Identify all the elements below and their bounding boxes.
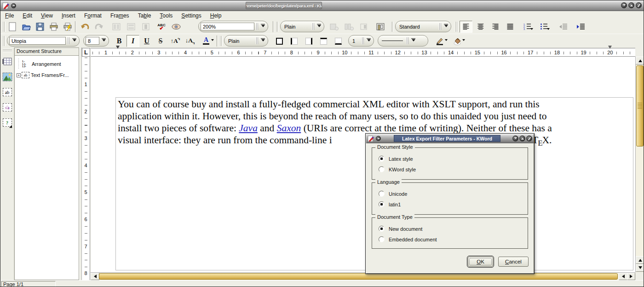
border-width-value[interactable]: 1 (351, 38, 360, 44)
font-color-dropdown-icon[interactable] (211, 39, 214, 42)
scroll-left-button-right[interactable] (619, 273, 627, 280)
decrease-indent-button[interactable] (557, 21, 570, 33)
frame-style-value[interactable]: Plain (282, 24, 310, 29)
vertical-scrollbar[interactable] (635, 57, 644, 272)
undo-button[interactable] (79, 21, 92, 33)
close-button[interactable] (636, 2, 642, 8)
sticky-button[interactable] (11, 3, 16, 8)
open-document-button[interactable] (20, 21, 33, 33)
print-preview-button[interactable] (61, 21, 74, 33)
radio-latex-style[interactable]: Latex style (372, 153, 528, 164)
align-right-button[interactable] (489, 21, 502, 33)
menu-file[interactable]: File (5, 12, 14, 19)
paragraph-style-value[interactable]: Plain (226, 38, 254, 44)
frame-columns-button[interactable] (374, 21, 387, 33)
horizontal-ruler[interactable]: 1234567891011121314151617181920 (91, 48, 635, 57)
subscript-button[interactable]: ↓AªI (184, 35, 196, 47)
edit-frame-button-b[interactable] (125, 21, 138, 33)
menu-insert[interactable]: Insert (62, 12, 75, 19)
border-width-combobox[interactable]: 1 (348, 35, 374, 47)
paragraph-style-combobox[interactable]: Plain (224, 35, 268, 47)
insert-picture-button[interactable] (2, 71, 13, 82)
scroll-up-button[interactable] (636, 57, 644, 64)
toolbar-grip[interactable] (455, 22, 458, 32)
font-color-button[interactable]: A (198, 35, 214, 47)
menu-tools[interactable]: Tools (160, 12, 172, 19)
radio-kword-style[interactable]: KWord style (372, 164, 528, 175)
line-style-dropdown-icon[interactable] (410, 38, 416, 43)
frame-tool-button-c[interactable] (357, 21, 370, 33)
frame-style-combobox[interactable]: Plain (280, 21, 324, 32)
bullet-list-dropdown-icon[interactable] (547, 28, 550, 31)
toolbar-grip[interactable] (276, 22, 279, 32)
strikethrough-button[interactable]: S (154, 35, 167, 47)
border-color-button[interactable] (432, 35, 448, 47)
edit-frame-button-a[interactable] (110, 21, 123, 33)
align-justify-button[interactable] (504, 21, 517, 33)
vertical-scrollbar-thumb[interactable] (636, 65, 644, 146)
numbered-list-button[interactable]: 1.2.3. (521, 21, 534, 33)
edit-frame-button-c[interactable] (139, 21, 152, 33)
document-canvas[interactable]: You can of course buy and install a full… (91, 57, 635, 272)
border-left-button[interactable] (288, 35, 300, 47)
insert-object-button[interactable]: ? (2, 117, 13, 128)
numbered-list-dropdown-icon[interactable] (530, 28, 533, 31)
menu-help[interactable]: Help (210, 12, 222, 19)
radio-new-document[interactable]: New document (372, 223, 528, 234)
scroll-down-button[interactable] (636, 264, 644, 272)
radio-latin1[interactable]: latin1 (372, 199, 528, 210)
border-line-style-combobox[interactable] (378, 35, 428, 47)
italic-button[interactable]: I (126, 35, 139, 47)
background-color-dropdown-icon[interactable] (462, 39, 465, 42)
dialog-minimize-button[interactable] (512, 135, 518, 141)
tree-item-arrangement[interactable]: 1.- 1.1- 1.2- Arrangement (16, 59, 78, 70)
border-outline-button[interactable] (273, 35, 286, 47)
font-size-value[interactable]: 8 (86, 37, 99, 45)
menu-frames[interactable]: Frames (110, 12, 129, 19)
underline-button[interactable]: U (140, 35, 153, 47)
menu-table[interactable]: Table (138, 12, 151, 19)
menu-view[interactable]: View (41, 12, 53, 19)
border-right-button[interactable] (302, 35, 315, 47)
scroll-right-button[interactable] (627, 273, 635, 280)
paragraph-style-dropdown-icon[interactable] (260, 38, 266, 43)
radio-embedded-document[interactable]: Embedded document (372, 234, 528, 245)
insert-table-button[interactable] (2, 56, 13, 67)
scroll-up-button-bottom[interactable] (636, 256, 644, 264)
zoom-value[interactable]: 200% (201, 23, 254, 30)
font-family-value[interactable]: Utopia (9, 37, 66, 45)
border-color-dropdown-icon[interactable] (445, 39, 448, 42)
spellcheck-button[interactable]: ABC✔ (155, 21, 168, 33)
dialog-maximize-button[interactable] (519, 135, 525, 141)
horizontal-scrollbar-thumb[interactable] (99, 273, 618, 280)
maximize-button[interactable] (628, 2, 634, 8)
dock-grip[interactable] (3, 49, 12, 52)
vertical-ruler[interactable]: 12345678 (82, 57, 90, 280)
java-link[interactable]: Java (239, 123, 258, 134)
dialog-titlebar[interactable]: Latex Export Filter Parameters - KWord (366, 134, 534, 143)
font-family-combobox[interactable]: Utopia (7, 35, 80, 47)
font-size-dropdown-icon[interactable] (101, 38, 107, 43)
border-width-dropdown-icon[interactable] (366, 38, 372, 43)
stylist-combobox[interactable]: Standard (395, 21, 451, 32)
minimize-button[interactable] (621, 2, 627, 8)
dialog-sticky-button[interactable] (376, 136, 381, 141)
superscript-button[interactable]: ↑AªI (169, 35, 182, 47)
background-color-button[interactable] (449, 35, 465, 47)
new-document-button[interactable] (6, 21, 19, 33)
toolbar-grip[interactable] (219, 36, 223, 46)
border-top-button[interactable] (317, 35, 330, 47)
cancel-button[interactable]: Cancel (498, 257, 529, 267)
radio-unicode[interactable]: Unicode (372, 188, 528, 199)
frame-tool-button-a[interactable] (328, 21, 341, 33)
print-button[interactable] (47, 21, 60, 33)
font-size-combobox[interactable]: 8 (83, 35, 109, 47)
border-bottom-button[interactable] (332, 35, 345, 47)
menu-settings[interactable]: Settings (181, 12, 201, 19)
zoom-combobox[interactable]: 200% (198, 21, 268, 32)
font-family-dropdown-icon[interactable] (71, 38, 77, 43)
ok-button[interactable]: OK (468, 257, 493, 267)
insert-text-frame-button[interactable]: ab (2, 87, 13, 98)
stylist-value[interactable]: Standard (397, 24, 437, 29)
stylist-dropdown-icon[interactable] (443, 24, 449, 29)
